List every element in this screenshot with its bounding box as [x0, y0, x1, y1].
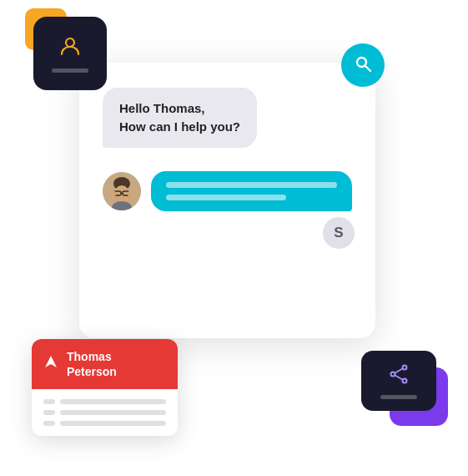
svg-point-14 — [403, 378, 407, 382]
message-line-2 — [166, 195, 286, 200]
outgoing-message-row — [103, 171, 352, 211]
contact-name-line2: Peterson — [67, 364, 117, 379]
card-decoration-line — [52, 68, 88, 73]
info-row-3 — [43, 421, 166, 426]
svg-line-16 — [395, 375, 403, 380]
info-icon-1 — [43, 399, 55, 404]
card-decoration-line-2 — [380, 395, 417, 399]
scene: Hello Thomas, How can I help you? S — [0, 0, 468, 476]
chat-window: Hello Thomas, How can I help you? S — [79, 63, 375, 338]
sender-badge: S — [323, 217, 355, 249]
info-text-1 — [60, 399, 166, 404]
svg-point-10 — [128, 191, 131, 196]
svg-point-13 — [391, 372, 395, 376]
share-icon — [388, 363, 410, 388]
info-icon-2 — [43, 410, 55, 415]
contact-name-line1: Thomas — [67, 349, 117, 364]
person-icon — [59, 35, 81, 62]
outgoing-message-bubble — [151, 171, 352, 211]
info-icon-3 — [43, 421, 55, 426]
navigate-icon — [43, 354, 58, 373]
search-circle — [341, 43, 385, 87]
share-icon-card — [361, 351, 436, 411]
search-icon — [353, 53, 373, 77]
info-text-3 — [60, 421, 166, 426]
info-row-1 — [43, 399, 166, 404]
info-row-2 — [43, 410, 166, 415]
incoming-message-text: Hello Thomas, How can I help you? — [119, 101, 240, 134]
contact-card-body — [32, 389, 178, 436]
message-line-1 — [166, 182, 337, 188]
incoming-message-bubble: Hello Thomas, How can I help you? — [103, 88, 257, 148]
contact-card-header: Thomas Peterson — [32, 339, 178, 389]
svg-point-12 — [403, 365, 407, 369]
svg-line-2 — [365, 66, 370, 71]
svg-marker-17 — [45, 356, 57, 367]
user-icon-card — [33, 17, 107, 90]
contact-name: Thomas Peterson — [67, 349, 117, 379]
sender-initial: S — [334, 225, 343, 241]
svg-point-0 — [66, 38, 74, 47]
info-text-2 — [60, 410, 166, 415]
svg-point-9 — [113, 191, 116, 196]
contact-card: Thomas Peterson — [32, 339, 178, 436]
user-avatar — [103, 172, 141, 210]
svg-line-15 — [395, 368, 403, 373]
